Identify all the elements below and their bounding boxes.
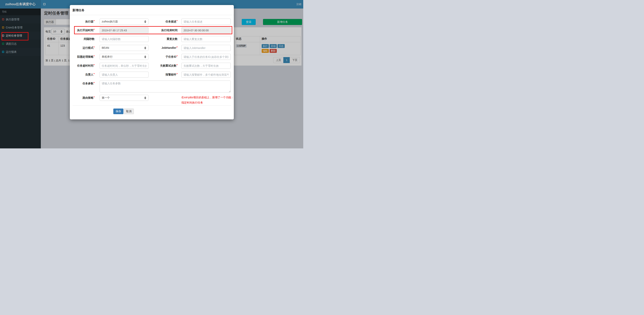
- start-time-label: 执行开始时间*: [72, 27, 94, 33]
- owner-input[interactable]: [100, 72, 148, 78]
- repeat-count-label: 重复次数: [148, 36, 178, 42]
- child-job-id-label: 子任务ID*: [148, 54, 178, 60]
- cancel-button[interactable]: 取消: [124, 109, 134, 114]
- executor-select[interactable]: zuihou执行器: [100, 19, 148, 25]
- job-desc-input[interactable]: [182, 19, 231, 25]
- save-button[interactable]: 保存: [113, 109, 124, 114]
- alarm-email-input[interactable]: [182, 72, 231, 78]
- select-arrows-icon: [144, 20, 146, 23]
- timeout-label: 任务超时时间*: [72, 63, 94, 69]
- child-job-id-input[interactable]: [182, 54, 231, 60]
- block-strategy-label: 阻塞处理策略*: [72, 54, 94, 60]
- executor-label: 执行器*: [72, 19, 94, 25]
- glue-type-label: 运行模式*: [72, 45, 94, 51]
- fail-retry-label: 失败重试次数*: [148, 63, 178, 69]
- new-task-modal: 新增任务 执行器* zuihou执行器 任务描述* 执行开始时间* 执行结束时间…: [70, 5, 234, 119]
- interval-seconds-label: 间隔秒数: [72, 36, 94, 42]
- select-arrows-icon: [144, 47, 146, 49]
- end-time-input[interactable]: [182, 27, 231, 33]
- modal-footer-divider: [72, 105, 231, 106]
- feature-note: 在xxl-jobs项目的基础上，新增了一个功能： 指定时间执行任务: [182, 95, 234, 105]
- fail-retry-input[interactable]: [182, 63, 231, 69]
- job-param-label: 任务参数*: [72, 81, 94, 87]
- repeat-count-input[interactable]: [182, 36, 231, 42]
- job-desc-label: 任务描述*: [148, 19, 178, 25]
- glue-type-select[interactable]: BEAN: [100, 45, 148, 51]
- job-param-textarea[interactable]: [100, 81, 231, 93]
- job-handler-label: JobHandler*: [148, 45, 178, 51]
- route-strategy-label: 路由策略*: [72, 95, 94, 101]
- timeout-input[interactable]: [100, 63, 148, 69]
- job-handler-input[interactable]: [182, 45, 231, 51]
- route-strategy-select[interactable]: 第一个: [100, 95, 148, 101]
- feature-note-line2: 指定时间执行任务: [182, 100, 234, 105]
- owner-label: 负责人*: [72, 72, 94, 78]
- interval-seconds-input[interactable]: [100, 36, 148, 42]
- end-time-label: 执行结束时间: [148, 27, 178, 33]
- start-time-input[interactable]: [100, 27, 148, 33]
- feature-note-line1: 在xxl-jobs项目的基础上，新增了一个功能：: [182, 95, 234, 100]
- select-arrows-icon: [144, 56, 146, 58]
- modal-title: 新增任务: [72, 8, 84, 12]
- select-arrows-icon: [144, 97, 146, 99]
- block-strategy-select[interactable]: 单机串行: [100, 54, 148, 60]
- alarm-email-label: 报警邮件*: [148, 72, 178, 78]
